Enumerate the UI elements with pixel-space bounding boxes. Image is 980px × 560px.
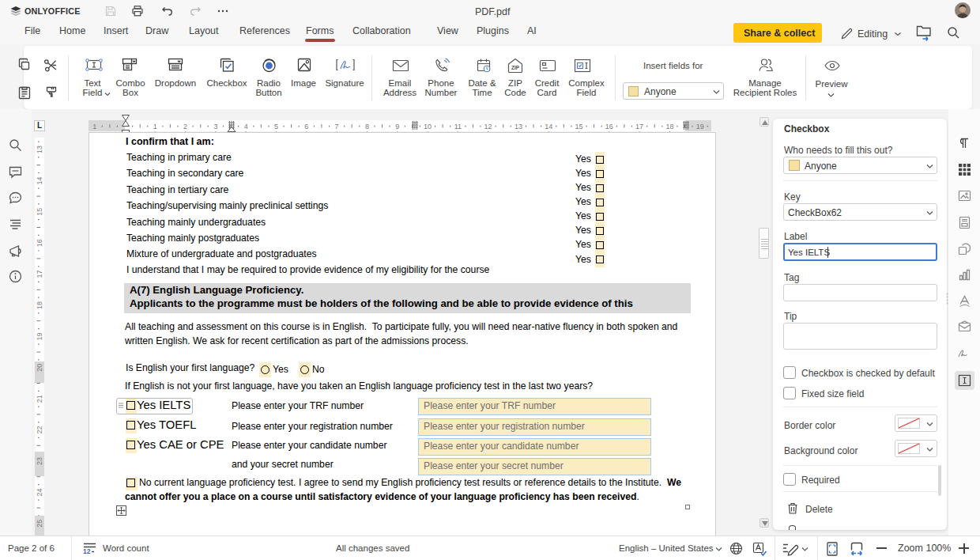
svg-text:13: 13 [36,146,43,153]
svg-text:14: 14 [545,123,552,131]
svg-text:6: 6 [304,123,308,131]
svg-text:3: 3 [213,123,217,131]
svg-text:8: 8 [365,123,369,131]
svg-text:17: 17 [635,123,643,131]
svg-text:21: 21 [36,395,43,403]
svg-text:23: 23 [36,457,43,465]
svg-text:19: 19 [696,123,704,131]
svg-text:18: 18 [36,301,43,309]
svg-text:24: 24 [36,488,43,496]
svg-text:15: 15 [36,208,43,216]
svg-text:1: 1 [92,123,96,131]
svg-text:4: 4 [244,123,248,131]
svg-text:ZIP: ZIP [511,65,520,70]
svg-text:19: 19 [36,332,43,340]
svg-text:16: 16 [605,123,613,131]
svg-text:17: 17 [36,271,43,278]
svg-text:14: 14 [36,176,43,184]
svg-text:22: 22 [36,426,43,434]
svg-text:7: 7 [335,123,339,131]
svg-text:5: 5 [274,123,278,131]
svg-text:2: 2 [183,123,187,131]
svg-text:10: 10 [424,123,432,131]
svg-text:13: 13 [514,123,522,131]
svg-text:18: 18 [665,123,673,131]
svg-text:12: 12 [484,123,492,131]
svg-text:15: 15 [575,123,582,131]
svg-text:16: 16 [36,239,43,247]
svg-text:9: 9 [395,123,399,131]
svg-text:12: 12 [83,547,91,555]
svg-text:1: 1 [153,123,157,131]
svg-text:11: 11 [454,123,462,131]
svg-text:25: 25 [36,520,43,528]
svg-text:20: 20 [36,364,43,372]
